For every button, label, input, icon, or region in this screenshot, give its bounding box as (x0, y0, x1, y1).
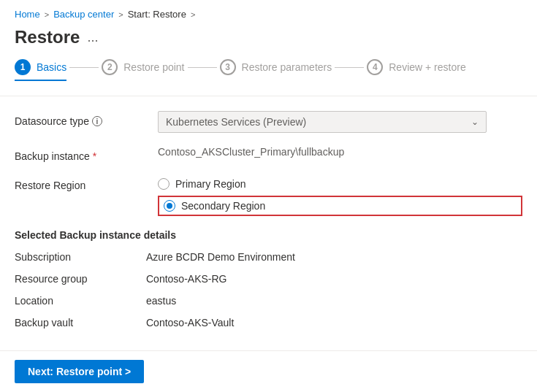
breadcrumb-sep-3: > (191, 10, 195, 19)
form-body: Datasource type i Kubernetes Services (P… (0, 111, 537, 328)
secondary-region-radio[interactable] (164, 200, 175, 212)
breadcrumb-home[interactable]: Home (15, 9, 40, 20)
step-circle-3: 3 (220, 59, 236, 75)
restore-region-label: Restore Region (15, 175, 146, 191)
primary-region-label: Primary Region (175, 178, 245, 190)
datasource-dropdown[interactable]: Kubernetes Services (Preview) ⌄ (158, 111, 487, 133)
secondary-region-label: Secondary Region (181, 200, 265, 212)
wizard-step-review-restore[interactable]: 4 Review + restore (367, 59, 465, 81)
page-menu-ellipsis[interactable]: ... (87, 30, 98, 45)
breadcrumb-backup-center[interactable]: Backup center (53, 9, 114, 20)
step-sep-1 (69, 67, 99, 68)
restore-region-row: Restore Region Primary Region Secondary … (15, 175, 522, 216)
subscription-value: Azure BCDR Demo Environment (146, 251, 295, 263)
datasource-dropdown-value: Kubernetes Services (Preview) (166, 116, 306, 128)
step-circle-1: 1 (15, 59, 31, 75)
wizard-steps: 1 Basics 2 Restore point 3 Restore param… (0, 59, 537, 96)
wizard-step-basics[interactable]: 1 Basics (15, 59, 66, 81)
datasource-type-row: Datasource type i Kubernetes Services (P… (15, 111, 522, 133)
page-title-row: Restore ... (0, 24, 537, 59)
breadcrumb-current: Start: Restore (128, 9, 186, 20)
backup-instance-label: Backup instance * (15, 146, 146, 162)
step-label-review-restore: Review + restore (389, 61, 465, 73)
backup-vault-row: Backup vault Contoso-AKS-Vault (15, 317, 522, 328)
secondary-region-highlight: Secondary Region (158, 196, 522, 216)
datasource-type-label: Datasource type i (15, 111, 146, 127)
selected-backup-section: Selected Backup instance details Subscri… (15, 229, 522, 328)
secondary-region-radio-dot (167, 203, 172, 209)
resource-group-value: Contoso-AKS-RG (146, 273, 226, 285)
backup-instance-control: Contoso_AKSCluster_Primary\fullbackup (158, 146, 522, 158)
step-sep-3 (335, 67, 364, 68)
subscription-row: Subscription Azure BCDR Demo Environment (15, 251, 522, 263)
backup-instance-row: Backup instance * Contoso_AKSCluster_Pri… (15, 146, 522, 162)
resource-group-label: Resource group (15, 273, 146, 285)
backup-instance-value: Contoso_AKSCluster_Primary\fullbackup (158, 142, 344, 158)
wizard-step-restore-point[interactable]: 2 Restore point (102, 59, 184, 81)
backup-vault-label: Backup vault (15, 317, 146, 328)
breadcrumb-sep-1: > (45, 10, 49, 19)
location-value: eastus (146, 295, 176, 307)
datasource-type-control: Kubernetes Services (Preview) ⌄ (158, 111, 522, 133)
restore-region-control: Primary Region Secondary Region (158, 175, 522, 216)
footer-bar: Next: Restore point > (0, 350, 537, 392)
next-button[interactable]: Next: Restore point > (15, 360, 144, 383)
step-label-restore-point: Restore point (123, 61, 184, 73)
backup-instance-required: * (93, 150, 96, 162)
location-label: Location (15, 295, 146, 307)
breadcrumb-sep-2: > (118, 10, 123, 19)
step-sep-2 (188, 67, 217, 68)
wizard-step-restore-parameters[interactable]: 3 Restore parameters (220, 59, 332, 81)
backup-vault-value: Contoso-AKS-Vault (146, 317, 234, 328)
subscription-label: Subscription (15, 251, 146, 263)
datasource-info-icon[interactable]: i (92, 116, 102, 126)
secondary-region-option[interactable]: Secondary Region (164, 200, 265, 212)
step-circle-4: 4 (367, 59, 383, 75)
restore-region-radio-group: Primary Region Secondary Region (158, 175, 522, 216)
step-label-basics: Basics (37, 61, 66, 73)
breadcrumb: Home > Backup center > Start: Restore > (0, 0, 537, 24)
page-title: Restore (15, 27, 80, 47)
resource-group-row: Resource group Contoso-AKS-RG (15, 273, 522, 285)
primary-region-option[interactable]: Primary Region (158, 178, 522, 190)
selected-backup-section-title: Selected Backup instance details (15, 229, 522, 241)
step-circle-2: 2 (102, 59, 118, 75)
primary-region-radio[interactable] (158, 178, 170, 190)
step-label-restore-parameters: Restore parameters (242, 61, 332, 73)
dropdown-arrow-icon: ⌄ (471, 117, 479, 127)
location-row: Location eastus (15, 295, 522, 307)
